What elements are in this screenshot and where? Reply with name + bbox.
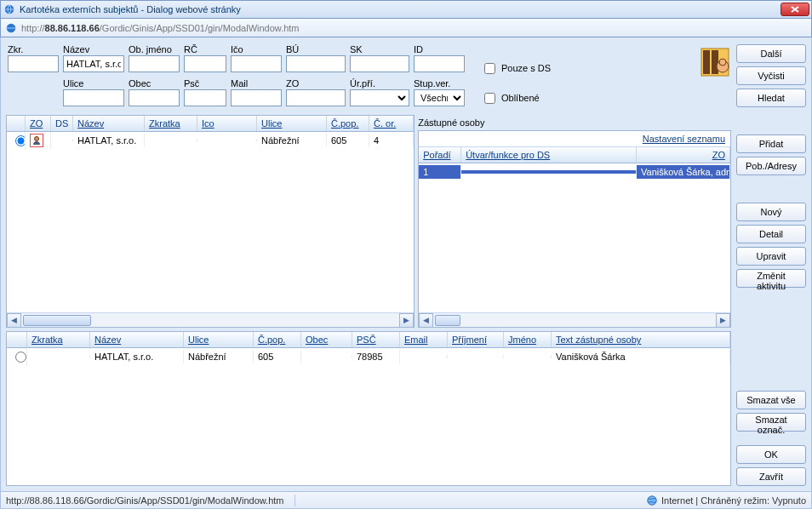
- sub-th-utvar[interactable]: Útvar/funkce pro DS: [461, 147, 637, 163]
- checkbox-ds[interactable]: [484, 63, 495, 74]
- results-body: HATLAT, s.r.o. Nábřežní 605 4: [7, 132, 414, 312]
- ie-icon: [3, 3, 16, 16]
- zmenit-aktivitu-button[interactable]: Změnit aktivitu: [736, 269, 806, 288]
- sel-body: HATLAT, s.r.o. Nábřežní 605 78985 Vanišk…: [7, 348, 730, 485]
- close-button[interactable]: [781, 3, 809, 16]
- label-stupver: Stup.ver.: [414, 78, 465, 89]
- novy-button[interactable]: Nový: [736, 203, 806, 221]
- label-zkr: Zkr.: [8, 44, 59, 54]
- scroll-thumb[interactable]: [23, 315, 91, 326]
- sub-row[interactable]: 1 Vanišková Šárka, adr: [419, 163, 730, 180]
- th-ulice[interactable]: Ulice: [257, 116, 327, 131]
- row-radio[interactable]: [15, 135, 26, 146]
- middle-row: ZO DS Název Zkratka Ico Ulice Č.pop. Č. …: [6, 115, 731, 328]
- link-nastaveni[interactable]: Nastavení seznamu: [419, 131, 730, 147]
- scroll-right-icon[interactable]: ▶: [716, 313, 730, 328]
- address-bar: http://88.86.118.66/Gordic/Ginis/App/SSD…: [0, 19, 812, 37]
- search-form: Zkr. Název Ob. jméno RČ Ičo: [6, 43, 731, 112]
- sel-th-cpop[interactable]: Č.pop.: [254, 332, 301, 347]
- input-obec[interactable]: [129, 89, 180, 106]
- select-stupver[interactable]: Všechn: [414, 89, 465, 106]
- input-rc[interactable]: [184, 55, 226, 72]
- sel-cell-zkr: [27, 355, 90, 358]
- zo-person-icon: [30, 134, 43, 147]
- cell-cpop: 605: [327, 134, 369, 147]
- sel-row[interactable]: HATLAT, s.r.o. Nábřežní 605 78985 Vanišk…: [7, 348, 730, 365]
- sel-th-obec[interactable]: Obec: [301, 332, 352, 347]
- main-column: Zkr. Název Ob. jméno RČ Ičo: [6, 43, 731, 486]
- sel-th-text[interactable]: Text zástupné osoby: [552, 332, 730, 347]
- th-zkr[interactable]: Zkratka: [145, 116, 197, 131]
- input-mail[interactable]: [231, 89, 282, 106]
- label-sk: SK: [350, 44, 409, 54]
- svg-point-8: [648, 495, 657, 505]
- svg-rect-3: [703, 50, 710, 74]
- th-ds[interactable]: DS: [51, 116, 73, 131]
- sel-th-zkr[interactable]: Zkratka: [27, 332, 90, 347]
- sel-cell-cpop: 605: [254, 350, 301, 363]
- select-urpri[interactable]: [350, 89, 409, 106]
- th-cor[interactable]: Č. or.: [369, 116, 414, 131]
- input-psc[interactable]: [184, 89, 226, 106]
- url-host: 88.86.118.66: [45, 23, 100, 33]
- cell-cor: 4: [369, 134, 414, 147]
- sel-cell-email: [400, 355, 448, 358]
- results-table: ZO DS Název Zkratka Ico Ulice Č.pop. Č. …: [6, 115, 415, 328]
- dalsi-button[interactable]: Další: [736, 44, 806, 63]
- input-zo[interactable]: [286, 89, 346, 106]
- th-cpop[interactable]: Č.pop.: [327, 116, 369, 131]
- sel-th-psc[interactable]: PSČ: [352, 332, 400, 347]
- scroll-right-icon[interactable]: ▶: [399, 313, 414, 328]
- status-right: Internet | Chráněný režim: Vypnuto: [661, 495, 806, 506]
- label-bu: BÚ: [286, 44, 346, 54]
- work-area: Zkr. Název Ob. jméno RČ Ičo: [0, 37, 812, 492]
- vycisti-button[interactable]: Vyčisti: [736, 66, 806, 85]
- th-ico[interactable]: Ico: [197, 116, 257, 131]
- address-url: http://88.86.118.66/Gordic/Ginis/App/SSD…: [21, 23, 300, 33]
- input-nazev[interactable]: [63, 55, 124, 72]
- input-zkr[interactable]: [8, 55, 59, 72]
- table-row[interactable]: HATLAT, s.r.o. Nábřežní 605 4: [7, 132, 414, 149]
- input-ico[interactable]: [231, 55, 282, 72]
- results-hscroll[interactable]: ◀ ▶: [7, 312, 414, 327]
- sel-th-email[interactable]: Email: [400, 332, 448, 347]
- window-titlebar: Kartotéka externích subjektů - Dialog we…: [0, 0, 812, 19]
- sub-hscroll[interactable]: ◀ ▶: [419, 312, 730, 327]
- input-bu[interactable]: [286, 55, 346, 72]
- detail-button[interactable]: Detail: [736, 225, 806, 243]
- th-nazev[interactable]: Název: [73, 116, 145, 131]
- th-zo[interactable]: ZO: [26, 116, 51, 131]
- url-prefix: http://: [21, 23, 45, 33]
- input-obj[interactable]: [129, 55, 180, 72]
- app-logo-icon: [700, 48, 729, 77]
- scroll-left-icon[interactable]: ◀: [419, 313, 433, 328]
- sel-th-jmeno[interactable]: Jméno: [504, 332, 552, 347]
- ok-button[interactable]: OK: [736, 445, 806, 464]
- sel-row-radio[interactable]: [15, 352, 26, 363]
- input-id[interactable]: [414, 55, 465, 72]
- smazat-vse-button[interactable]: Smazat vše: [736, 391, 806, 409]
- sub-th-zo[interactable]: ZO: [637, 147, 730, 163]
- pridat-button[interactable]: Přidat: [736, 134, 806, 153]
- label-id: ID: [414, 44, 465, 54]
- label-obj: Ob. jméno: [129, 44, 180, 54]
- upravit-button[interactable]: Upravit: [736, 247, 806, 266]
- zavrit-button[interactable]: Zavřít: [736, 467, 806, 486]
- selection-table: Zkratka Název Ulice Č.pop. Obec PSČ Emai…: [6, 331, 731, 486]
- smazat-oznac-button[interactable]: Smazat označ.: [736, 413, 806, 432]
- sub-th-poradi[interactable]: Pořadí: [419, 147, 461, 163]
- input-sk[interactable]: [350, 55, 409, 72]
- pob-adresy-button[interactable]: Pob./Adresy: [736, 157, 806, 175]
- scroll-thumb[interactable]: [435, 315, 460, 326]
- scroll-left-icon[interactable]: ◀: [7, 313, 21, 328]
- label-obec: Obec: [129, 78, 180, 89]
- url-rest: /Gordic/Ginis/App/SSD01/gin/ModalWindow.…: [100, 23, 300, 33]
- hledat-button[interactable]: Hledat: [736, 89, 806, 107]
- input-ulice[interactable]: [63, 89, 124, 106]
- sel-th-ulice[interactable]: Ulice: [184, 332, 254, 347]
- sel-cell-ulice: Nábřežní: [184, 350, 254, 363]
- checkbox-obl[interactable]: [484, 93, 495, 104]
- sel-th-prijm[interactable]: Příjmení: [448, 332, 504, 347]
- sel-th-nazev[interactable]: Název: [90, 332, 184, 347]
- sel-cell-text: Vanišková Šárka: [552, 350, 730, 363]
